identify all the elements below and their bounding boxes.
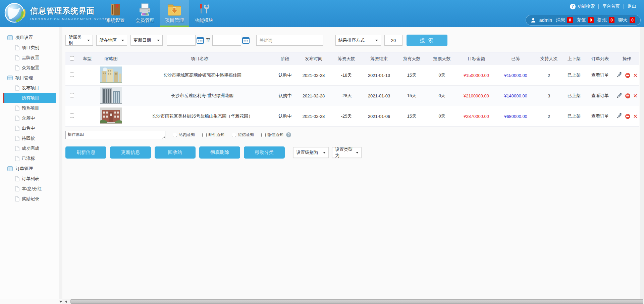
- sidebar-item-preheat-projects[interactable]: 预热项目: [3, 103, 56, 113]
- sidebar-item-crowdfunding-config[interactable]: 众筹配置: [3, 63, 56, 73]
- move-category-button[interactable]: 移动分类: [244, 146, 285, 159]
- scroll-left-arrow-icon[interactable]: [65, 300, 67, 303]
- select-all-checkbox[interactable]: [70, 56, 74, 60]
- sidebar-item-project-category[interactable]: 项目类别: [3, 43, 56, 53]
- view-orders-link[interactable]: 查看订单: [585, 106, 615, 127]
- update-date-select[interactable]: 更新日期: [130, 35, 163, 46]
- column-header: 发布时间: [297, 52, 330, 65]
- vertical-scrollbar[interactable]: [640, 27, 644, 299]
- horizontal-scrollbar-thumb[interactable]: [70, 299, 643, 304]
- recycle-bin-button[interactable]: 回收站: [155, 146, 196, 159]
- notify-email-option[interactable]: 邮件通知: [202, 132, 224, 138]
- notify-site-option[interactable]: 站内通知: [173, 132, 195, 138]
- row-checkbox[interactable]: [70, 93, 74, 97]
- row-actions-cell: [615, 65, 639, 86]
- date-to-input[interactable]: [212, 35, 241, 46]
- project-thumbnail[interactable]: [100, 67, 122, 83]
- sidebar-item-principal-interest-dividend[interactable]: 本/息/分红: [3, 184, 56, 194]
- project-thumbnail[interactable]: [100, 87, 122, 104]
- notify-site-checkbox[interactable]: [173, 133, 177, 137]
- notify-wechat-checkbox[interactable]: [261, 133, 266, 137]
- nav-item-member-management[interactable]: 会员管理: [130, 0, 160, 27]
- calendar-icon[interactable]: [242, 37, 250, 44]
- disable-icon[interactable]: [625, 114, 630, 119]
- withdraw-link[interactable]: 提现 0: [597, 17, 614, 23]
- nav-item-function-modules[interactable]: 功能模块: [189, 0, 219, 27]
- sidebar-item-publish-project[interactable]: 发布项目: [3, 83, 56, 93]
- category-select[interactable]: 所属类别: [65, 35, 93, 46]
- withdraw-count-badge: 0: [609, 17, 614, 23]
- view-orders-link[interactable]: 查看订单: [585, 86, 615, 106]
- nav-label: 功能模块: [195, 17, 213, 24]
- project-thumbnail[interactable]: [100, 107, 122, 124]
- target-amount-cell: ¥1500000.00: [456, 65, 496, 86]
- sidebar-item-brand-settings[interactable]: 品牌设置: [3, 53, 56, 63]
- publish-date-cell: 2021-02-28: [297, 65, 330, 86]
- calendar-icon[interactable]: [197, 37, 204, 44]
- sidebar-group-project-settings[interactable]: 项目设置: [0, 33, 59, 43]
- delete-icon[interactable]: [633, 93, 637, 98]
- sidebar-item-successfully-completed[interactable]: 成功完成: [3, 143, 56, 154]
- set-type-select[interactable]: 设置类型为: [332, 147, 362, 158]
- delete-icon[interactable]: [633, 114, 637, 119]
- set-level-select[interactable]: 设置级别为: [293, 147, 329, 158]
- disable-icon[interactable]: [625, 73, 630, 78]
- notify-sms-checkbox[interactable]: [232, 133, 236, 137]
- logout-link[interactable]: 退出: [624, 3, 640, 9]
- sort-select[interactable]: 结果排序方式: [335, 35, 381, 46]
- date-from-input[interactable]: [167, 35, 196, 46]
- nav-item-system-settings[interactable]: 系统设置: [101, 0, 130, 27]
- delete-icon[interactable]: [633, 73, 637, 78]
- sidebar-group-order-management[interactable]: 订单管理: [0, 164, 59, 174]
- sidebar-item-crowdfunding-active[interactable]: 众筹中: [3, 113, 56, 123]
- keyword-input[interactable]: [256, 35, 323, 46]
- reason-textarea[interactable]: 操作原因: [65, 131, 165, 139]
- recharge-link[interactable]: 充值 0: [577, 17, 594, 23]
- edit-icon[interactable]: [616, 113, 622, 119]
- project-name[interactable]: 长沙市雨花区美林街35号盐船山生态园（华雅花园）: [126, 106, 273, 127]
- nav-item-project-management[interactable]: 项目管理: [160, 0, 189, 27]
- search-button[interactable]: 搜 索: [407, 35, 447, 46]
- region-select[interactable]: 所在地区: [96, 35, 127, 46]
- raise-end-cell: 2021-01-03: [362, 86, 396, 106]
- sidebar-item-order-list[interactable]: 订单列表: [3, 174, 56, 184]
- main-content: 所属类别 所在地区 更新日期 至: [62, 27, 640, 299]
- row-checkbox[interactable]: [70, 73, 74, 77]
- horizontal-scrollbar[interactable]: [62, 299, 644, 304]
- sidebar-item-all-projects[interactable]: 所有项目: [3, 93, 56, 103]
- notify-sms-option[interactable]: 短信通知: [232, 132, 254, 138]
- sidebar-item-pending-repayment[interactable]: 待回款: [3, 133, 56, 143]
- chat-link[interactable]: 聊天 0: [618, 17, 635, 23]
- page-size-input[interactable]: [384, 35, 402, 46]
- sidebar-item-failed[interactable]: 已流标: [3, 154, 56, 164]
- messages-link[interactable]: 消息 0: [556, 17, 573, 23]
- delete-forever-button[interactable]: 彻底删除: [199, 146, 240, 159]
- update-info-button[interactable]: 更新信息: [110, 146, 151, 159]
- notify-wechat-option[interactable]: 微信通知: [261, 132, 283, 138]
- region-select-value: 所在地区: [99, 37, 117, 43]
- sidebar-item-reward-records[interactable]: 奖励记录: [3, 194, 56, 204]
- disable-icon[interactable]: [625, 93, 630, 98]
- sidebar-item-label: 订单列表: [22, 176, 39, 182]
- function-search-link[interactable]: 功能搜索: [566, 3, 598, 9]
- row-checkbox[interactable]: [70, 114, 74, 118]
- help-icon[interactable]: [286, 132, 291, 137]
- user-bar: admin 消息 0 充值 0 提现 0 聊天 0: [526, 15, 641, 26]
- notify-sms-label: 短信通知: [238, 132, 254, 138]
- sidebar-scrollbar[interactable]: [59, 27, 62, 299]
- platform-home-link[interactable]: 平台首页: [599, 3, 624, 9]
- column-header: 车型: [78, 52, 96, 65]
- shelf-status-cell: 已上架: [563, 106, 585, 127]
- edit-icon[interactable]: [616, 72, 622, 78]
- sidebar-scroll-down-icon[interactable]: [59, 300, 62, 303]
- sidebar-item-label: 本/息/分红: [22, 186, 42, 192]
- sidebar-group-project-management[interactable]: 项目管理: [0, 73, 59, 83]
- username[interactable]: admin: [539, 17, 552, 23]
- edit-icon[interactable]: [616, 93, 622, 99]
- project-name[interactable]: 长沙市望城区高塘岭镇郭亮中路望福佳园: [126, 65, 273, 86]
- project-name[interactable]: 长沙市岳麓区利海·世纪绿洲花园: [126, 86, 273, 106]
- notify-email-checkbox[interactable]: [202, 133, 207, 137]
- sidebar-item-on-sale[interactable]: 出售中: [3, 123, 56, 133]
- refresh-info-button[interactable]: 刷新信息: [65, 146, 106, 159]
- view-orders-link[interactable]: 查看订单: [585, 65, 615, 86]
